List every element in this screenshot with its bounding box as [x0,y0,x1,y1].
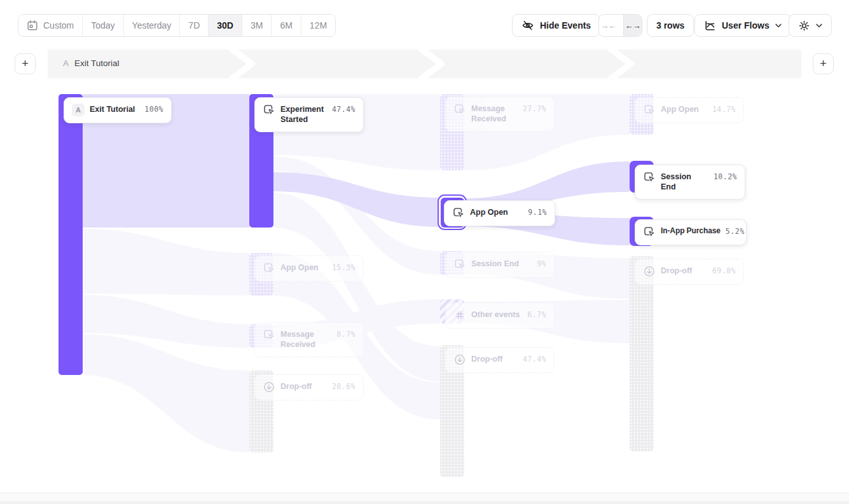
node-card-app-open-col4[interactable]: App Open 14.7% [635,97,744,123]
node-bar-drop-off-col4[interactable] [630,256,654,451]
node-card-other-events-col3[interactable]: Other events 6.7% [445,303,555,329]
node-card-drop-off-col3[interactable]: Drop-off 47.4% [445,347,555,373]
event-icon [263,262,275,275]
flow-band-faint [83,334,249,453]
event-icon [643,104,656,116]
node-card-experiment-started[interactable]: Experiment Started 47.4% [254,97,364,132]
event-icon [453,258,466,271]
other-events-icon [453,309,466,322]
node-card-drop-off-col4[interactable]: Drop-off 69.8% [635,259,744,285]
node-card-app-open-col3[interactable]: App Open 9.1% [444,200,555,226]
user-flows-app: Custom Today Yesterday 7D 30D 3M 6M 12M … [0,0,849,504]
drop-off-icon [263,381,275,393]
node-card-message-received-col3[interactable]: Message Received 27.7% [445,97,555,132]
node-card-drop-off-col2[interactable]: Drop-off 28.6% [254,374,364,400]
flow-band-faint [83,229,249,296]
sankey-stage: A Exit Tutorial 100% Experiment Started … [0,0,849,504]
event-icon [263,329,275,341]
node-card-app-open-col2[interactable]: App Open 15.3% [254,255,364,282]
node-card-exit-tutorial[interactable]: A Exit Tutorial 100% [64,97,172,123]
node-card-message-received-col2[interactable]: Message Received 8.7% [254,322,364,357]
event-icon [643,171,656,184]
drop-off-icon [453,353,466,366]
node-bar-exit-tutorial[interactable] [59,94,83,375]
drop-off-icon [643,265,656,278]
sankey-bands [0,0,849,504]
node-card-in-app-purchase-col4[interactable]: In-App Purchase 5.2% [635,219,747,245]
footer-divider [0,493,849,502]
node-card-session-end-col4[interactable]: Session End 10.2% [635,165,745,200]
step-a-badge: A [72,104,85,116]
event-icon [452,207,465,219]
event-icon [263,104,275,116]
window-bottom-edge [0,501,849,504]
event-icon [643,226,656,238]
event-icon [453,103,466,116]
node-card-session-end-col3[interactable]: Session End 9% [445,252,555,278]
